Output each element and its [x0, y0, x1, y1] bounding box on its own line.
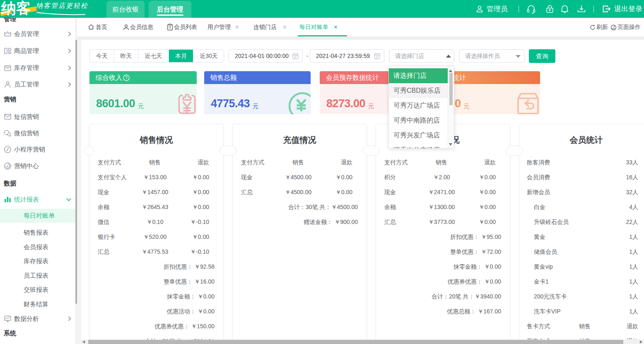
svg-text:?: ? [125, 76, 128, 80]
